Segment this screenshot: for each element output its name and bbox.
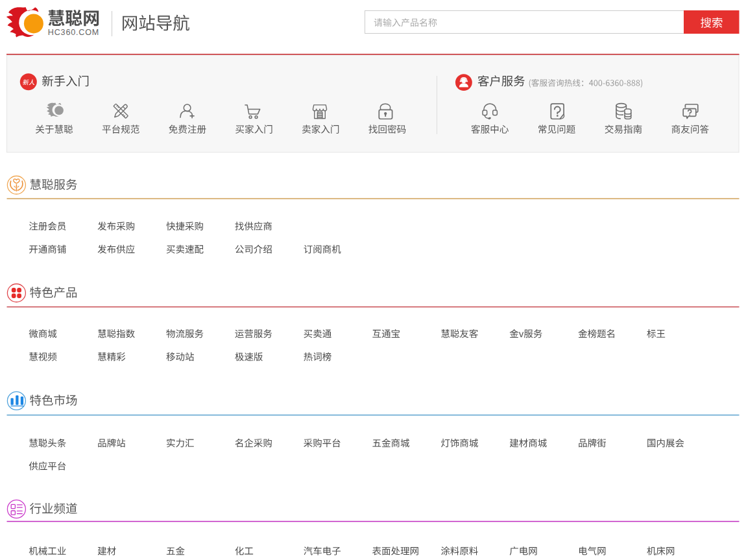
svg-text:HC360.COM: HC360.COM xyxy=(48,28,99,37)
